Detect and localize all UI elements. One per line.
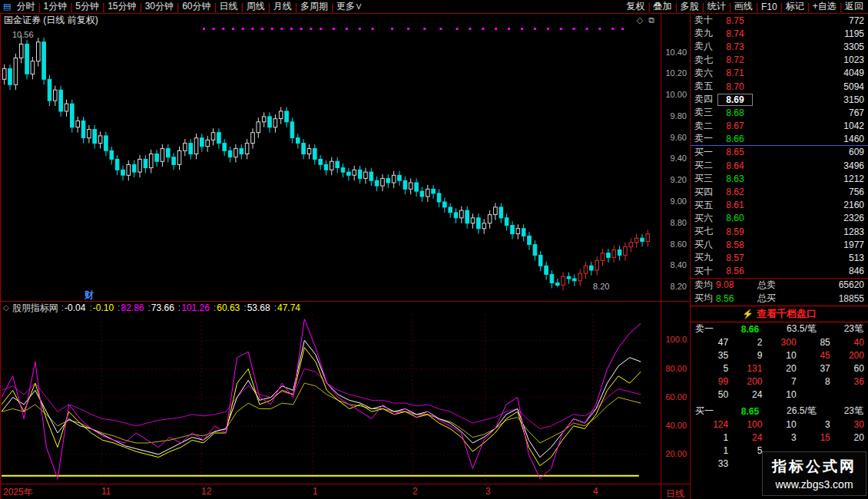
level-label: 卖九 (694, 27, 717, 40)
buy-row-3[interactable]: 买三8.631212 (691, 172, 868, 185)
sell-tick-price: 8.66 (741, 324, 759, 335)
app-icon[interactable]: ▤ (3, 2, 11, 12)
level-price: 8.75 (717, 15, 753, 26)
menu-item-tool-2[interactable]: 多股 (678, 0, 701, 13)
level-price: 8.61 (717, 200, 753, 210)
view-depth-button[interactable]: ⚡ 查看千档盘口 (691, 306, 868, 322)
buy-row-4[interactable]: 买四8.62756 (691, 185, 868, 198)
buy-row-2[interactable]: 买二8.643496 (691, 159, 868, 172)
total-buy-value: 18855 (779, 293, 864, 304)
menu-item-period-0[interactable]: 分时 (14, 0, 37, 13)
level-label: 卖二 (694, 120, 717, 133)
indicator-name[interactable]: 股朋指标网 (12, 302, 58, 314)
price-axis-label: 9.80 (671, 111, 687, 121)
menu-item-tool-0[interactable]: 复权 (624, 0, 647, 13)
menu-item-period-5[interactable]: 60分钟 (180, 0, 213, 13)
level-price: 8.67 (717, 121, 753, 131)
left-border (0, 14, 1, 499)
menu-item-period-10[interactable]: 更多∨ (334, 0, 365, 13)
tick-value: 30 (830, 419, 864, 430)
menu-item-period-3[interactable]: 15分钟 (105, 0, 138, 13)
indicator-value: :101.26 (178, 302, 210, 314)
menu-item-tool-7[interactable]: +自选 (810, 0, 839, 13)
period-label[interactable]: 日线 (666, 487, 684, 499)
menu-item-tool-3[interactable]: 统计 (705, 0, 728, 13)
sell-row-9[interactable]: 卖二8.671042 (691, 120, 868, 133)
menu-item-period-9[interactable]: 多周期 (298, 0, 330, 13)
menu-item-tool-5[interactable]: F10 (759, 2, 780, 12)
tick-value: 200 (830, 350, 864, 361)
indicator-value: :60.63 (214, 302, 240, 314)
tick-row: 502410 (691, 388, 868, 402)
sell-row-4[interactable]: 卖七8.721023 (691, 54, 868, 67)
menu-item-tool-8[interactable]: 返回 (843, 0, 866, 13)
menu-item-period-1[interactable]: 1分钟 (41, 0, 70, 13)
level-label: 卖一 (694, 132, 717, 145)
level-label: 卖八 (694, 40, 717, 53)
menu-item-period-4[interactable]: 30分钟 (143, 0, 176, 13)
buy-row-7[interactable]: 买七8.591283 (691, 225, 868, 238)
tick-value: 20 (762, 363, 796, 374)
level-price: 8.69 (717, 94, 753, 106)
buy-row-8[interactable]: 买八8.581977 (691, 238, 868, 251)
sell-row-5[interactable]: 卖六8.714049 (691, 67, 868, 80)
buy-avg-label: 买均 (694, 292, 713, 305)
level-label: 卖五 (694, 80, 717, 93)
level-price: 8.63 (717, 173, 753, 184)
level-volume: 609 (753, 147, 864, 157)
tick-value: 24 (728, 432, 762, 443)
panel-divider (0, 301, 691, 302)
tick-value: 10 (762, 419, 796, 430)
level-volume: 1042 (753, 121, 864, 131)
month-label: 2 (412, 486, 418, 497)
event-marker[interactable]: 财 (84, 289, 94, 302)
menu-item-period-2[interactable]: 5分钟 (73, 0, 101, 13)
level-label: 卖七 (694, 54, 717, 67)
indicator-value: :73.66 (147, 302, 174, 314)
menu-item-period-7[interactable]: 周线 (244, 0, 267, 13)
price-axis-label: 8.40 (671, 260, 687, 269)
sell-tick-count: 23笔 (844, 322, 863, 335)
indicator-value: :-0.04 (61, 302, 86, 314)
menu-item-tool-6[interactable]: 标记 (784, 0, 807, 13)
level-price: 8.71 (717, 68, 753, 78)
level-volume: 1283 (753, 226, 864, 237)
buy-row-1[interactable]: 买一8.65609 (691, 146, 868, 159)
sell-row-7[interactable]: 卖四8.693150 (691, 93, 868, 106)
menu-item-period-6[interactable]: 日线 (217, 0, 240, 13)
sell-row-10[interactable]: 卖一8.661460 (691, 133, 868, 146)
collapse-icon[interactable]: ◇ (3, 302, 9, 314)
sell-row-2[interactable]: 卖九8.741195 (691, 27, 868, 40)
indicator-chart[interactable] (2, 314, 651, 484)
sell-row-6[interactable]: 卖五8.705094 (691, 80, 868, 93)
watermark: 指标公式网 www.zbgs3.com (762, 451, 866, 496)
tick-value: 5 (694, 363, 728, 374)
sell-row-8[interactable]: 卖三8.68767 (691, 106, 868, 119)
indicator-title-row: ◇ 股朋指标网 :-0.04:-0.10:82.86:73.66:101.26:… (0, 302, 661, 314)
buy-row-9[interactable]: 买九8.57513 (691, 251, 868, 264)
sell-queue: 卖十8.75772卖九8.741195卖八8.733305卖七8.721023卖… (691, 14, 868, 146)
buy-row-10[interactable]: 买十8.56846 (691, 265, 868, 278)
menu-item-tool-4[interactable]: 画线 (732, 0, 755, 13)
candlestick-chart[interactable] (2, 26, 651, 301)
sell-row-1[interactable]: 卖十8.75772 (691, 14, 868, 27)
level-price: 8.66 (717, 134, 753, 144)
price-axis-label: 8.60 (671, 240, 687, 249)
popout-icon[interactable]: ⧉ (648, 14, 654, 26)
level-label: 卖十 (694, 14, 717, 27)
level-volume: 5094 (753, 81, 864, 92)
level-price: 8.62 (717, 187, 753, 197)
indicator-axis-label: 20.00 (665, 449, 687, 458)
menu-item-period-8[interactable]: 月线 (271, 0, 294, 13)
level-price: 8.64 (717, 160, 753, 171)
level-label: 买五 (694, 199, 717, 212)
menu-item-tool-1[interactable]: 叠加 (651, 0, 674, 13)
level-volume: 846 (753, 266, 864, 276)
buy-row-6[interactable]: 买六8.602326 (691, 212, 868, 225)
diamond-icon[interactable]: ◇ (637, 14, 643, 26)
level-price: 8.60 (717, 213, 753, 223)
buy-row-5[interactable]: 买五8.612160 (691, 199, 868, 212)
tick-value: 60 (830, 363, 864, 374)
sell-row-3[interactable]: 卖八8.733305 (691, 40, 868, 53)
price-axis-label: 9.20 (671, 175, 687, 184)
